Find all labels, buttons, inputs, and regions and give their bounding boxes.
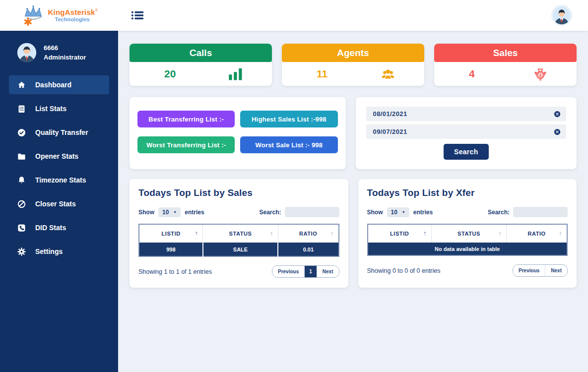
panel-title: Todays Top List by Xfer	[367, 187, 568, 198]
bell-icon	[16, 175, 26, 185]
end-date-value: 09/07/2021	[373, 128, 407, 135]
table-info: Showing 0 to 0 of 0 entries	[367, 267, 441, 274]
best-transferring-list-button[interactable]: Best Transferring List :-	[137, 111, 235, 127]
previous-page-button[interactable]: Previous	[272, 266, 304, 277]
date-search-button[interactable]: Search	[444, 144, 489, 160]
stat-card-calls: Calls 20	[130, 44, 272, 86]
sidebar-item-closer-stats[interactable]: Closer Stats	[9, 194, 109, 213]
user-id: 6666	[44, 43, 86, 53]
clear-circle-icon[interactable]	[554, 111, 561, 118]
table-search-label: Search:	[259, 209, 281, 216]
sort-icon: ▲▼	[559, 231, 562, 236]
list-menu-icon	[131, 10, 144, 21]
worst-sale-list-button[interactable]: Worst Sale List :- 998	[240, 136, 337, 153]
user-role: Administrator	[44, 53, 86, 62]
entries-label: entries	[185, 209, 204, 216]
start-date-input[interactable]: 08/01/2021	[366, 107, 567, 121]
stat-card-value: 4	[469, 68, 475, 80]
previous-page-button[interactable]: Previous	[513, 265, 545, 276]
stat-card-title: Agents	[282, 44, 424, 62]
page-size-select[interactable]: 10 ▼	[387, 207, 409, 217]
page-size-select[interactable]: 10 ▼	[158, 207, 181, 217]
clear-circle-icon[interactable]	[554, 128, 561, 135]
check-circle-icon	[16, 127, 26, 137]
next-page-button[interactable]: Next	[317, 266, 339, 277]
user-avatar-icon	[552, 6, 571, 25]
chevron-down-icon: ▼	[173, 210, 177, 214]
stat-card-title: Sales	[434, 44, 577, 62]
sidebar-item-timezone-stats[interactable]: Timezone Stats	[9, 171, 109, 189]
stat-card-title: Calls	[130, 44, 272, 62]
cell-ratio: 0.01	[278, 243, 338, 256]
sidebar-item-label: List Stats	[35, 105, 66, 113]
date-filter-panel: 08/01/2021 09/07/2021 Search	[356, 97, 577, 169]
sidebar-item-label: Settings	[35, 248, 63, 255]
column-header-listid[interactable]: LISTID▲▼	[368, 224, 432, 243]
sidebar-item-label: DID Stats	[35, 224, 66, 232]
sidebar-user-block: 6666 Administrator	[9, 43, 109, 62]
sort-icon: ▲▼	[330, 231, 334, 236]
page-number-button[interactable]: 1	[304, 266, 317, 277]
end-date-input[interactable]: 09/07/2021	[366, 124, 567, 139]
top-list-xfer-panel: Todays Top List by Xfer Show 10 ▼ entrie…	[358, 179, 577, 288]
sidebar-avatar	[17, 43, 37, 62]
empty-row: No data available in table	[368, 243, 568, 255]
cell-listid: 998	[139, 243, 203, 256]
sidebar: 6666 Administrator Dashboard List Stats	[0, 31, 118, 372]
entries-label: entries	[413, 209, 433, 216]
pagination: Previous 1 Next	[272, 265, 339, 278]
folder-icon	[16, 151, 26, 161]
next-page-button[interactable]: Next	[545, 265, 567, 276]
column-header-status[interactable]: STATUS▲▼	[203, 224, 278, 243]
users-icon	[380, 66, 396, 81]
sidebar-item-label: Dashboard	[35, 81, 71, 89]
sidebar-item-dashboard[interactable]: Dashboard	[9, 75, 109, 94]
show-label: Show	[138, 209, 154, 216]
profile-avatar[interactable]	[552, 6, 571, 25]
cell-status: SALE	[203, 243, 278, 256]
logo-brand-text: KingAsterisk	[48, 8, 95, 16]
top-bar: KingAsterisk® Technologies	[0, 0, 588, 31]
column-header-ratio[interactable]: RATIO▲▼	[278, 224, 338, 243]
sidebar-item-label: Quality Transfer	[35, 128, 88, 136]
stat-card-value: 20	[164, 68, 176, 80]
sidebar-nav: Dashboard List Stats Quality Transfer	[9, 75, 109, 261]
sidebar-item-label: Timezone Stats	[35, 176, 86, 184]
column-header-status[interactable]: STATUS▲▼	[431, 224, 506, 243]
sidebar-toggle-button[interactable]	[131, 10, 144, 21]
highest-sales-list-button[interactable]: Highest Sales List :-998	[240, 111, 337, 127]
stat-card-value: 11	[317, 68, 327, 80]
sort-icon: ▲▼	[499, 231, 502, 236]
sidebar-item-opener-stats[interactable]: Opener Stats	[9, 147, 109, 166]
worst-transferring-list-button[interactable]: Worst Transferring List :-	[137, 136, 235, 153]
sidebar-item-label: Opener Stats	[35, 152, 78, 160]
column-header-ratio[interactable]: RATIO▲▼	[507, 224, 567, 243]
list-summary-panel: Best Transferring List :- Highest Sales …	[130, 97, 346, 169]
sidebar-item-settings[interactable]: Settings	[9, 242, 109, 261]
start-date-value: 08/01/2021	[373, 110, 407, 118]
stat-card-agents: Agents 11	[282, 44, 424, 86]
panel-title: Todays Top List by Sales	[138, 187, 339, 198]
table-search-input[interactable]	[513, 207, 568, 217]
column-header-listid[interactable]: LISTID▲▼	[139, 224, 203, 243]
sidebar-item-list-stats[interactable]: List Stats	[9, 99, 109, 118]
sidebar-item-did-stats[interactable]: DID Stats	[9, 218, 109, 237]
table-info: Showing 1 to 1 of 1 entries	[138, 268, 212, 275]
sales-table: LISTID▲▼ STATUS▲▼ RATIO▲▼ 998 SALE 0.01	[138, 224, 339, 257]
table-search-label: Search:	[488, 209, 510, 216]
gear-icon	[16, 247, 26, 256]
show-label: Show	[367, 209, 383, 216]
sort-icon: ▲▼	[195, 231, 198, 236]
pagination: Previous Next	[513, 264, 568, 277]
table-row[interactable]: 998 SALE 0.01	[139, 243, 339, 256]
ban-icon	[16, 199, 26, 209]
sidebar-item-quality-transfer[interactable]: Quality Transfer	[9, 123, 109, 142]
money-bag-icon: $	[532, 66, 549, 81]
svg-text:$: $	[539, 73, 541, 77]
chevron-down-icon: ▼	[402, 210, 405, 214]
table-search-input[interactable]	[285, 207, 339, 217]
user-avatar-icon	[17, 43, 37, 62]
clipboard-icon	[16, 104, 26, 114]
brand-logo: KingAsterisk® Technologies	[0, 4, 118, 27]
main-content: Calls 20 Agents 11	[118, 31, 588, 372]
